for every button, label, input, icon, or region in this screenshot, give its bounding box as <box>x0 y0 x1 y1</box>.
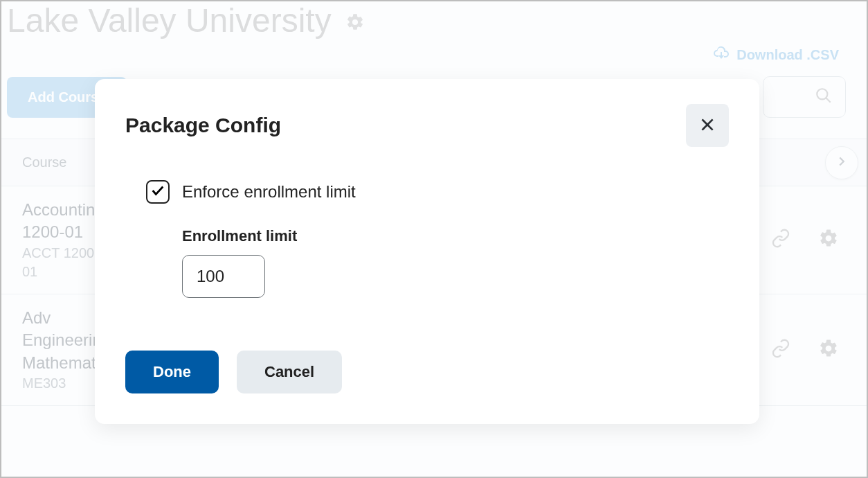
close-icon <box>698 116 716 136</box>
enrollment-limit-label: Enrollment limit <box>182 227 729 245</box>
cancel-button-label: Cancel <box>264 363 314 380</box>
enforce-enrollment-label: Enforce enrollment limit <box>182 182 356 202</box>
enrollment-limit-group: Enrollment limit <box>146 204 729 312</box>
enforce-enrollment-row: Enforce enrollment limit <box>146 180 729 204</box>
dialog-body: Enforce enrollment limit Enrollment limi… <box>125 147 729 326</box>
check-icon <box>150 183 165 201</box>
dialog-footer: Done Cancel <box>125 326 729 393</box>
package-config-dialog: Package Config Enforce enrollment limit … <box>95 79 759 424</box>
dialog-header: Package Config <box>125 104 729 147</box>
dialog-title: Package Config <box>125 114 281 137</box>
enforce-enrollment-checkbox[interactable] <box>146 180 170 204</box>
done-button-label: Done <box>153 363 191 380</box>
close-button[interactable] <box>686 104 729 147</box>
cancel-button[interactable]: Cancel <box>237 351 342 393</box>
done-button[interactable]: Done <box>125 351 219 393</box>
enrollment-limit-input[interactable] <box>182 255 265 298</box>
